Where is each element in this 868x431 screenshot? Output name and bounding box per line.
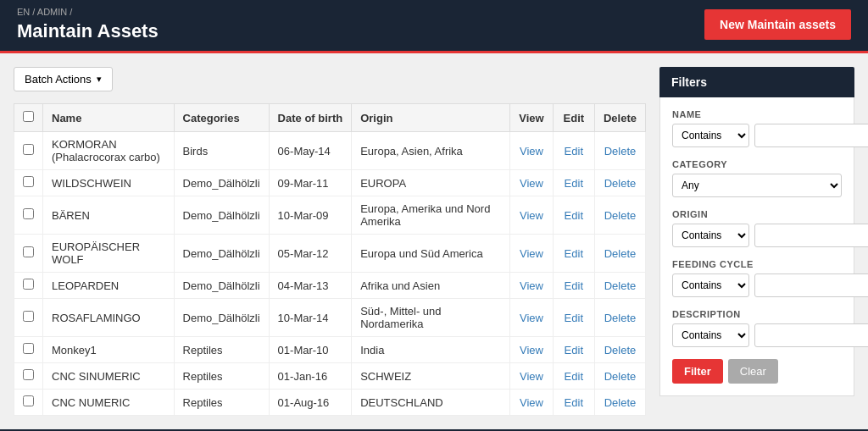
row-categories: Demo_Dälhölzli [174, 235, 269, 273]
assets-table: Name Categories Date of birth Origin Vie… [14, 103, 646, 416]
delete-link-8[interactable]: Delete [604, 396, 637, 409]
filter-origin-select[interactable]: Contains Equals Starts with Ends with [672, 224, 749, 247]
row-view[interactable]: View [510, 170, 553, 196]
filter-feeding-input[interactable] [754, 274, 868, 297]
view-link-3[interactable]: View [520, 247, 543, 260]
row-edit[interactable]: Edit [553, 337, 594, 363]
row-view[interactable]: View [510, 273, 553, 299]
row-delete[interactable]: Delete [594, 235, 645, 273]
filter-name-input[interactable] [754, 124, 868, 147]
row-delete[interactable]: Delete [594, 299, 645, 337]
row-checkbox-1[interactable] [23, 176, 34, 187]
filter-category-row: Any Birds Demo_Dälhölzli Reptiles [672, 174, 842, 197]
header-check [14, 104, 43, 132]
edit-link-8[interactable]: Edit [565, 396, 583, 409]
row-checkbox-4[interactable] [23, 279, 34, 290]
edit-link-0[interactable]: Edit [565, 145, 583, 157]
view-link-0[interactable]: View [520, 145, 543, 157]
row-checkbox-5[interactable] [23, 311, 34, 322]
row-checkbox-8[interactable] [23, 395, 34, 406]
edit-link-2[interactable]: Edit [565, 209, 583, 222]
row-edit[interactable]: Edit [553, 273, 594, 299]
clear-filter-button[interactable]: Clear [728, 359, 778, 384]
row-check [14, 132, 43, 170]
filter-name-select[interactable]: Contains Equals Starts with Ends with [672, 124, 749, 147]
filters-panel: Filters NAME Contains Equals Starts with… [659, 67, 854, 416]
view-link-7[interactable]: View [520, 370, 543, 383]
row-delete[interactable]: Delete [594, 337, 645, 363]
row-check [14, 196, 43, 235]
row-delete[interactable]: Delete [594, 390, 645, 416]
row-view[interactable]: View [510, 363, 553, 390]
row-check [14, 170, 43, 196]
view-link-8[interactable]: View [520, 396, 543, 409]
row-checkbox-7[interactable] [23, 369, 34, 380]
view-link-4[interactable]: View [520, 279, 543, 292]
row-checkbox-0[interactable] [23, 144, 34, 155]
delete-link-4[interactable]: Delete [604, 279, 637, 292]
new-maintain-assets-button[interactable]: New Maintain assets [704, 9, 851, 40]
row-checkbox-2[interactable] [23, 208, 34, 219]
edit-link-5[interactable]: Edit [565, 312, 583, 324]
row-delete[interactable]: Delete [594, 363, 645, 390]
header-name: Name [43, 104, 175, 132]
select-all-checkbox[interactable] [23, 111, 34, 122]
edit-link-4[interactable]: Edit [565, 279, 583, 292]
filter-category-select[interactable]: Any Birds Demo_Dälhölzli Reptiles [672, 174, 842, 197]
row-origin: Süd-, Mittel- und Nordamerika [352, 299, 510, 337]
row-origin: Afrika und Asien [352, 273, 510, 299]
row-delete[interactable]: Delete [594, 170, 645, 196]
row-view[interactable]: View [510, 235, 553, 273]
main-content: Batch Actions Name Categories Date of bi… [0, 53, 868, 429]
filter-feeding-row: Contains Equals Starts with Ends with [672, 274, 842, 297]
row-origin: Europa und Süd America [352, 235, 510, 273]
row-view[interactable]: View [510, 390, 553, 416]
row-edit[interactable]: Edit [553, 196, 594, 235]
row-edit[interactable]: Edit [553, 235, 594, 273]
row-checkbox-3[interactable] [23, 246, 34, 257]
row-view[interactable]: View [510, 337, 553, 363]
row-view[interactable]: View [510, 299, 553, 337]
row-checkbox-6[interactable] [23, 343, 34, 354]
filter-feeding-select[interactable]: Contains Equals Starts with Ends with [672, 274, 749, 297]
apply-filter-button[interactable]: Filter [672, 359, 723, 384]
row-date-of-birth: 09-Mar-11 [269, 170, 352, 196]
view-link-1[interactable]: View [520, 177, 543, 190]
row-view[interactable]: View [510, 132, 553, 170]
table-header-row: Name Categories Date of birth Origin Vie… [14, 104, 646, 132]
delete-link-6[interactable]: Delete [604, 344, 637, 356]
delete-link-5[interactable]: Delete [604, 312, 637, 324]
table-row: LEOPARDEN Demo_Dälhölzli 04-Mar-13 Afrik… [14, 273, 646, 299]
edit-link-6[interactable]: Edit [565, 344, 583, 356]
view-link-5[interactable]: View [520, 312, 543, 324]
delete-link-3[interactable]: Delete [604, 247, 637, 260]
delete-link-7[interactable]: Delete [604, 370, 637, 383]
edit-link-3[interactable]: Edit [565, 247, 583, 260]
edit-link-7[interactable]: Edit [565, 370, 583, 383]
filter-description-row: Contains Equals Starts with Ends with [672, 323, 842, 347]
view-link-6[interactable]: View [520, 344, 543, 356]
row-edit[interactable]: Edit [553, 363, 594, 390]
row-edit[interactable]: Edit [553, 132, 594, 170]
row-date-of-birth: 01-Mar-10 [269, 337, 352, 363]
filter-description-select[interactable]: Contains Equals Starts with Ends with [672, 323, 749, 347]
row-delete[interactable]: Delete [594, 132, 645, 170]
filter-origin-input[interactable] [754, 224, 868, 247]
row-edit[interactable]: Edit [553, 299, 594, 337]
row-name: CNC SINUMERIC [43, 363, 175, 390]
delete-link-1[interactable]: Delete [604, 177, 637, 190]
delete-link-2[interactable]: Delete [604, 209, 637, 222]
row-categories: Reptiles [174, 337, 269, 363]
edit-link-1[interactable]: Edit [565, 177, 583, 190]
row-view[interactable]: View [510, 196, 553, 235]
row-name: EUROPÄISCHER WOLF [43, 235, 175, 273]
delete-link-0[interactable]: Delete [604, 145, 637, 157]
row-delete[interactable]: Delete [594, 196, 645, 235]
view-link-2[interactable]: View [520, 209, 543, 222]
filter-description-input[interactable] [754, 323, 868, 347]
row-edit[interactable]: Edit [553, 170, 594, 196]
filter-feeding-label: FEEDING CYCLE [672, 259, 842, 269]
row-edit[interactable]: Edit [553, 390, 594, 416]
batch-actions-button[interactable]: Batch Actions [14, 67, 113, 91]
row-delete[interactable]: Delete [594, 273, 645, 299]
